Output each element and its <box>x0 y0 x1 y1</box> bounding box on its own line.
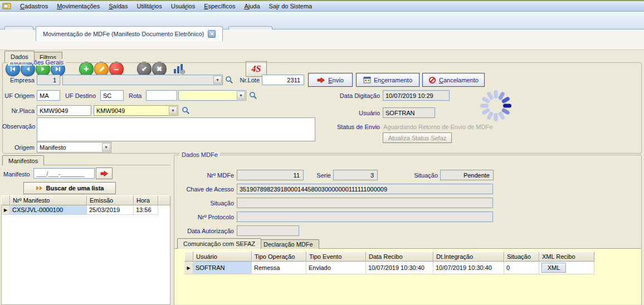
nrlote-label: Nr.Lote <box>235 77 260 83</box>
placa-search-icon[interactable] <box>182 106 190 116</box>
cell-tipo-evento[interactable]: Enviado <box>306 262 366 274</box>
dados-mdfe-title: Dados MDFe <box>179 151 220 158</box>
menu-utilitarios[interactable]: Utilitários <box>132 1 166 12</box>
usuario-label: Usuário <box>347 110 380 116</box>
menu-sair[interactable]: Sair do Sistema <box>265 1 317 12</box>
buscar-lista-button[interactable]: Buscar de uma lista <box>23 182 116 194</box>
tab-strip: Início Movimentação de MDFe (Manifesto D… <box>0 12 644 29</box>
serie-label: Serie <box>305 172 331 179</box>
uf-destino-field[interactable] <box>100 90 124 101</box>
col-emissao[interactable]: Emissão <box>87 195 134 205</box>
cell-tipo-operacao[interactable]: Remessa <box>252 262 306 274</box>
manifesto-label: Manifesto <box>3 171 30 178</box>
uf-destino-label: UF Destino <box>65 92 96 99</box>
menu-cadastros[interactable]: Cadastros <box>16 1 52 12</box>
tab-dados[interactable]: Dados <box>4 51 35 62</box>
menu-especificos[interactable]: Específicos <box>199 1 240 12</box>
cell-situacao[interactable]: 0 <box>504 262 539 274</box>
row-indicator-icon: ▶ <box>187 265 190 270</box>
status-spinner <box>478 88 514 125</box>
fetch-list-icon <box>36 185 43 191</box>
menu-saidas[interactable]: Saídas <box>104 1 132 12</box>
chave-acesso-field: 3519078982391800014458003000000011111100… <box>237 184 493 194</box>
encerramento-button[interactable]: Encerramento <box>356 73 419 87</box>
col-tipo-evento[interactable]: Tipo Evento <box>306 252 366 262</box>
nr-placa-label: Nr.Placa <box>4 107 35 114</box>
menu-ajuda[interactable]: Ajuda <box>240 1 264 12</box>
nr-placa-field[interactable] <box>37 105 91 116</box>
nr-placa-combo[interactable]: KMW9049▼ <box>94 105 178 116</box>
observacao-label: Observação <box>2 123 35 130</box>
app-icon <box>2 2 13 11</box>
col-usuario[interactable]: Usuário <box>193 252 252 262</box>
tab-manifestos-panel[interactable]: Manifestos <box>2 155 44 165</box>
manifesto-mask-field[interactable] <box>33 168 95 179</box>
nr-mdfe-label: Nrº MDFe <box>189 172 234 179</box>
chevron-down-icon[interactable]: ▼ <box>102 143 110 151</box>
col-situacao[interactable]: Situação <box>504 252 539 262</box>
origem-combo[interactable]: Manifesto▼ <box>37 142 111 152</box>
serie-field: 3 <box>333 170 378 180</box>
grid-indicator-header <box>1 195 10 205</box>
cell-dt-integracao[interactable]: 10/07/2019 10:30:40 <box>433 262 504 274</box>
status-envio-label: Status de Envio <box>333 124 380 130</box>
menu-movimentacoes[interactable]: Movimentações <box>52 1 104 12</box>
col-xml-recibo[interactable]: XML Recibo <box>539 252 594 262</box>
menu-bar: Cadastros Movimentações Saídas Utilitári… <box>0 1 644 12</box>
col-hora[interactable]: Hora <box>134 195 158 205</box>
empresa-field[interactable]: 1 <box>37 75 60 85</box>
cancelamento-label: Cancelamento <box>439 77 479 83</box>
uf-origem-label: UF Origem <box>4 92 35 99</box>
status-envio-value: Aguardando Retorno de Envio de MDFe <box>383 124 492 130</box>
prohibit-icon <box>428 76 436 84</box>
atualiza-status-button[interactable]: Atualiza Status Sefaz <box>383 132 452 143</box>
chevron-down-icon[interactable]: ▼ <box>237 91 245 100</box>
tab-mdfe-label: Movimentação de MDFe (Manifesto Document… <box>43 31 204 37</box>
rota-field[interactable] <box>146 90 177 101</box>
data-digitacao-label: Data Digitação <box>334 92 380 99</box>
cancelamento-button[interactable]: Cancelamento <box>422 73 485 87</box>
situacao-label: Situação <box>398 172 438 179</box>
chevron-down-icon[interactable]: ▼ <box>213 76 222 84</box>
envio-label: Envio <box>328 77 344 83</box>
situacao2-label: Situação <box>189 200 234 206</box>
cell-emissao[interactable]: 25/03/2019 <box>87 205 134 215</box>
col-tipo-operacao[interactable]: Tipo Operação <box>252 252 306 262</box>
rota-search-icon[interactable] <box>249 91 257 101</box>
usuario-field: SOFTRAN <box>383 107 435 118</box>
situacao-field: Pendente <box>440 170 494 180</box>
go-arrow-icon <box>100 170 109 177</box>
cell-data-recibo[interactable]: 10/07/2019 10:30:40 <box>366 262 433 274</box>
col-data-recibo[interactable]: Data Recibo <box>366 252 433 262</box>
rota-combo[interactable]: ▼ <box>178 90 246 101</box>
tab-dados-label: Dados <box>11 53 28 60</box>
menu-usuarios[interactable]: Usuários <box>167 1 199 12</box>
tab-declaracao-mdfe[interactable]: Declaração MDFe <box>257 239 319 249</box>
tab-comunicacao-sefaz[interactable]: Comunicação com SEFAZ <box>177 238 261 249</box>
col-dt-integracao[interactable]: Dt.Integração <box>433 252 504 262</box>
manifestos-grid-body[interactable] <box>1 205 170 305</box>
row-indicator-icon: ▶ <box>4 208 7 213</box>
cell-nr-manifesto[interactable]: CXS/JVL-0000100 <box>10 205 87 215</box>
data-autorizacao-label: Data Autorização <box>183 228 234 234</box>
empresa-combo[interactable]: ▼ <box>62 75 223 85</box>
manifesto-go-button[interactable] <box>96 168 113 179</box>
xml-download-button[interactable]: XML <box>541 263 566 273</box>
sefaz-indicator-header <box>184 252 193 262</box>
envio-button[interactable]: Envio <box>308 73 353 87</box>
tab-mdfe[interactable]: Movimentação de MDFe (Manifesto Document… <box>36 26 223 41</box>
cell-hora[interactable]: 13:56 <box>134 205 158 215</box>
protocolo-field <box>237 211 493 222</box>
uf-origem-field[interactable] <box>37 90 60 101</box>
close-tab-icon[interactable]: ✕ <box>208 30 216 38</box>
col-nr-manifesto[interactable]: Nrº Manifesto <box>10 195 87 205</box>
observacao-field[interactable] <box>37 117 315 141</box>
empresa-search-icon[interactable] <box>225 76 233 85</box>
send-arrow-icon <box>317 77 325 83</box>
row-indicator: ▶ <box>2 205 10 215</box>
encerramento-label: Encerramento <box>374 77 412 83</box>
chevron-down-icon[interactable]: ▼ <box>169 106 177 115</box>
sefaz-row-indicator: ▶ <box>184 262 193 274</box>
cell-usuario[interactable]: SOFTRAN <box>193 262 252 274</box>
protocolo-label: Nrº Protocolo <box>187 214 234 220</box>
